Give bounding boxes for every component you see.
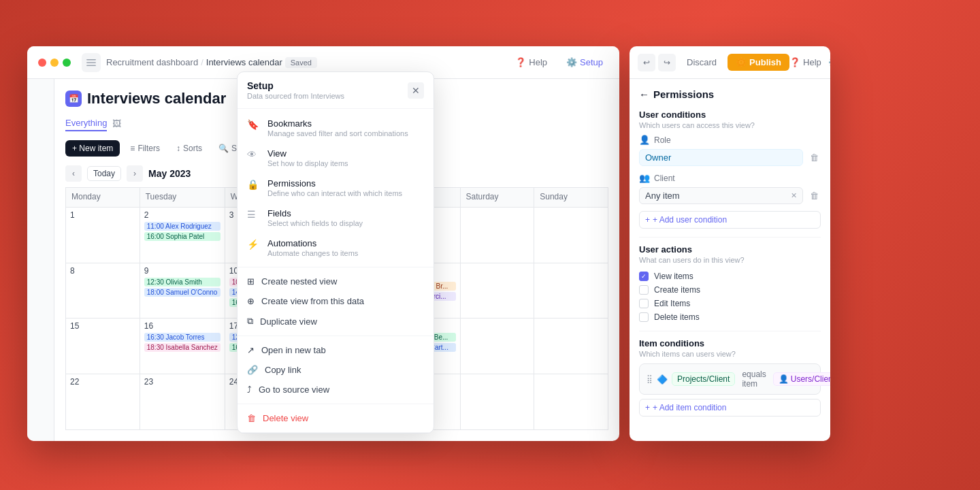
nested-icon: ⊞ [247,276,255,287]
action-delete-items[interactable]: Delete items [639,310,821,324]
item-condition-row: ⣿ 🔷 Projects/Client equals item 👤 Users/… [639,363,821,395]
discard-btn[interactable]: Discard [681,54,722,70]
panel-top-bar: ↩ ↪ Discard 🔆 Publish ❓ Help ⚙️ Setup [630,46,830,79]
cal-cell-may6[interactable] [461,208,535,263]
menu-delete-view[interactable]: 🗑 Delete view [238,408,434,428]
event-sophia[interactable]: 16:00 Sophia Patel [144,232,220,241]
action-create-items[interactable]: Create items [639,283,821,297]
dropdown-close-btn[interactable]: ✕ [408,82,424,99]
event-olivia[interactable]: 12:30 Olivia Smith [144,278,220,287]
item-conditions-section: Item conditions Which items can users vi… [639,338,821,416]
view-desc: Set how to display items [267,159,348,167]
cal-cell-may9[interactable]: 9 12:30 Olivia Smith 18:00 Samuel O'Conn… [140,263,225,319]
panel-back-btn[interactable]: ← Permissions [639,88,821,100]
automations-desc: Automate changes to items [267,249,358,257]
event-jacob[interactable]: 16:30 Jacob Torres [144,333,220,342]
menu-create-nested[interactable]: ⊞ Create nested view [238,272,434,291]
user-conditions-heading: User conditions [639,110,821,120]
condition-field-pill[interactable]: Projects/Client [672,372,735,386]
any-item-pill: Any item ✕ [639,187,803,204]
close-window-btn[interactable] [38,59,46,67]
cal-cell-may21[interactable] [534,318,608,374]
add-item-condition-btn[interactable]: + + Add item condition [639,399,821,416]
action-view-items[interactable]: ✓ View items [639,270,821,283]
cal-cell-may8[interactable]: 8 [66,263,140,319]
cal-next-btn[interactable]: › [127,165,143,182]
menu-open-new-tab[interactable]: ↗ Open in new tab [238,340,434,360]
event-samuel[interactable]: 18:00 Samuel O'Conno [144,288,220,297]
menu-item-view[interactable]: 👁 View Set how to display items [238,143,434,173]
menu-section-main: 🔖 Bookmarks Manage saved filter and sort… [238,109,434,267]
role-row: 👤 Role [639,135,821,145]
minimize-window-btn[interactable] [50,59,59,67]
menu-copy-link[interactable]: 🔗 Copy link [238,360,434,380]
external-link-icon: ↗ [247,345,255,355]
undo-btn[interactable]: ↩ [638,54,655,71]
menu-item-fields[interactable]: ☰ Fields Select which fields to display [238,203,434,233]
menu-create-from-data[interactable]: ⊕ Create view from this data [238,291,434,311]
menu-item-automations[interactable]: ⚡ Automations Automate changes to items [238,233,434,263]
menu-go-source[interactable]: ⤴ Go to source view [238,380,434,399]
condition-value-pill[interactable]: 👤 Users/Client [773,372,830,386]
sidebar-toggle-btn[interactable] [82,53,101,72]
cal-cell-may14[interactable] [534,263,608,319]
drag-handle-icon[interactable]: ⣿ [647,374,653,384]
cal-cell-may22[interactable]: 22 [66,374,140,430]
edit-items-checkbox[interactable] [639,299,649,308]
new-item-button[interactable]: + New item [65,140,120,157]
cal-cell-may15[interactable]: 15 [66,318,140,374]
view-items-checkbox[interactable]: ✓ [639,272,649,281]
dropdown-title: Setup [247,80,344,91]
action-edit-items[interactable]: Edit Items [639,297,821,310]
bookmarks-desc: Manage saved filter and sort combination… [267,129,408,137]
delete-client-btn[interactable]: 🗑 [807,189,821,203]
trash-icon: 🗑 [247,413,256,423]
cal-cell-may7[interactable] [534,208,608,263]
user-actions-sub: What can users do in this view? [639,256,821,264]
remove-any-item-btn[interactable]: ✕ [791,191,797,200]
window-controls [38,59,71,67]
cal-cell-may16[interactable]: 16 16:30 Jacob Torres 18:30 Isabella San… [140,318,225,374]
maximize-window-btn[interactable] [63,59,71,67]
sorts-button[interactable]: ↕ Sorts [170,140,208,157]
cal-cell-may20[interactable] [461,318,535,374]
breadcrumb-separator: / [201,57,203,67]
publish-btn[interactable]: 🔆 Publish [728,54,789,71]
event-alex[interactable]: 11:00 Alex Rodriguez [144,222,220,231]
add-tab-icon[interactable]: 🖼 [112,118,121,129]
redo-btn[interactable]: ↪ [658,54,676,71]
cal-cell-may2[interactable]: 2 11:00 Alex Rodriguez 16:00 Sophia Pate… [140,208,225,263]
cal-today-btn[interactable]: Today [87,166,121,181]
tab-everything[interactable]: Everything [65,116,107,131]
delete-role-btn[interactable]: 🗑 [807,151,821,165]
setup-button[interactable]: ⚙️ Setup [561,54,608,70]
condition-field-text: Projects/Client [677,374,730,384]
plus-icon: + [645,215,650,225]
cal-cell-may1[interactable]: 1 [66,208,140,263]
add-user-condition-btn[interactable]: + + Add user condition [639,211,821,229]
menu-item-bookmarks[interactable]: 🔖 Bookmarks Manage saved filter and sort… [238,113,434,143]
breadcrumb: Recruitment dashboard / Interviews calen… [106,57,317,68]
duplicate-icon: ⧉ [247,316,253,327]
fields-desc: Select which fields to display [267,219,363,227]
delete-items-checkbox[interactable] [639,312,649,322]
cal-cell-may28[interactable] [534,374,608,430]
event-isabella[interactable]: 18:30 Isabella Sanchez [144,343,220,352]
cal-month-label: May 2023 [148,168,191,179]
panel-help-btn[interactable]: ❓ Help [789,57,821,67]
panel-setup-btn[interactable]: ⚙️ Setup [828,57,830,67]
cal-cell-may13[interactable] [461,263,535,319]
filters-button[interactable]: ≡ Filters [124,140,166,157]
cal-cell-may23[interactable]: 23 [140,374,225,430]
help-button[interactable]: ❓ Help [510,54,553,70]
create-items-checkbox[interactable] [639,285,649,295]
cal-cell-may27[interactable] [461,374,535,430]
menu-duplicate-view[interactable]: ⧉ Duplicate view [238,311,434,331]
breadcrumb-home[interactable]: Recruitment dashboard [106,57,198,67]
fields-label: Fields [267,208,363,218]
menu-section-danger: 🗑 Delete view [238,404,434,433]
back-arrow-icon: ← [639,88,649,100]
menu-item-permissions[interactable]: 🔒 Permissions Define who can interact wi… [238,173,434,203]
cal-prev-btn[interactable]: ‹ [65,165,82,182]
bookmark-icon: 🔖 [247,119,261,133]
